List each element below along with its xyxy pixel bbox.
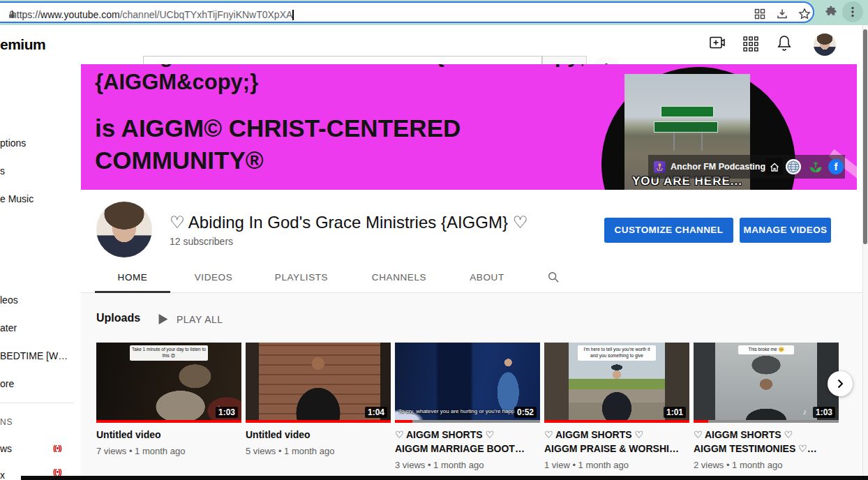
watch-progress-track <box>694 420 839 423</box>
watch-progress-track <box>544 420 689 423</box>
banner-text-line3: COMMUNITY® <box>95 147 264 174</box>
video-card: This broke me 🥺 ♪ 1:03 ♡ AIGGM SHORTS ♡A… <box>694 343 839 470</box>
browser-toolbar: https://www.youtube.com/channel/UCbqTYxh… <box>0 0 868 25</box>
bottom-dark-bar <box>21 476 868 480</box>
thumbnail-caption: I'm here to tell you you're worth it and… <box>578 345 656 361</box>
video-thumbnail[interactable]: 1:04 <box>246 343 391 423</box>
watch-progress-fill <box>544 420 689 423</box>
watch-progress-fill <box>395 420 412 423</box>
sidebar-divider <box>0 403 74 403</box>
subscriber-count: 12 subscribers <box>170 236 233 247</box>
chevron-right-icon <box>834 377 846 390</box>
play-all-button[interactable]: PLAY ALL <box>177 314 223 325</box>
thumbnail-subtitle: To cry, whatever you are hurting or you'… <box>398 408 517 414</box>
banner-home-link[interactable] <box>766 158 783 175</box>
video-title[interactable]: ♡ AIGGM SHORTS ♡AIGGM TESTIMONIES ♡… <box>694 428 839 456</box>
sidebar-item-originals[interactable]: s <box>0 165 5 177</box>
banner-facebook-link[interactable]: f <box>828 159 844 174</box>
video-thumbnail[interactable]: I'm here to tell you you're worth it and… <box>544 343 689 423</box>
tab-videos[interactable]: VIDEOS <box>176 272 251 283</box>
channel-title: ♡ Abiding In God's Grace Ministries {AIG… <box>170 213 527 232</box>
anchor-fm-label[interactable]: Anchor FM Podcasting <box>671 162 765 172</box>
highway-sign <box>661 106 714 117</box>
thumbnail-caption: This broke me 🥺 <box>738 345 794 354</box>
tab-channels[interactable]: CHANNELS <box>361 272 437 283</box>
banner-links-bar: Anchor FM Podcasting f <box>648 155 845 179</box>
download-icon[interactable] <box>777 8 788 20</box>
video-title[interactable]: Untitled video <box>246 428 391 442</box>
video-thumbnail[interactable]: Take 1 minute of your day to listen to t… <box>96 343 241 423</box>
play-icon[interactable] <box>158 314 168 324</box>
video-card: I'm here to tell you you're worth it and… <box>544 343 689 470</box>
video-thumbnail[interactable]: This broke me 🥺 ♪ 1:03 <box>694 343 839 423</box>
tiktok-watermark: ♪ <box>803 407 807 416</box>
live-badge-icon: ((•)) <box>53 444 61 452</box>
sidebar-channel-item[interactable]: x <box>0 470 5 480</box>
address-bar[interactable]: https://www.youtube.com/channel/UCbqTYxh… <box>0 1 814 23</box>
duration-badge: 1:03 <box>216 407 238 418</box>
video-title[interactable]: ♡ AIGGM SHORTS ♡AIGGM PRAISE & WORSHI… <box>544 428 689 456</box>
text-caret <box>292 10 294 20</box>
watch-progress-track <box>246 420 391 423</box>
sidebar-item-videos[interactable]: leos <box>0 294 18 306</box>
video-card: Take 1 minute of your day to listen to t… <box>96 343 241 456</box>
browser-menu-button[interactable] <box>842 1 863 22</box>
thumbnail-caption: Take 1 minute of your day to listen to t… <box>130 345 208 361</box>
sign-post <box>701 133 703 151</box>
sidebar-item-youtube-music[interactable]: e Music <box>0 193 33 204</box>
duration-badge: 0:52 <box>514 407 537 418</box>
home-icon <box>770 163 779 172</box>
video-card: To cry, whatever you are hurting or you'… <box>395 343 540 470</box>
sidebar-channel-item[interactable]: ws <box>0 443 12 454</box>
banner-clipped-line: Abiding In God's Grace Ministries {AIGGM… <box>95 64 583 69</box>
url-path: /channel/UCbqTYxhTijFnyiKNwT0XpXA <box>120 9 293 20</box>
watch-progress-track <box>96 420 241 423</box>
sprout-icon <box>807 158 824 175</box>
sidebar-item-watch-later[interactable]: ater <box>0 322 17 333</box>
channel-search-icon[interactable] <box>547 271 560 283</box>
video-title[interactable]: ♡ AIGGM SHORTS ♡AIGGM MARRIAGE BOOT… <box>395 428 540 456</box>
sign-post <box>673 133 675 151</box>
banner-linktree-link[interactable] <box>807 158 824 178</box>
anchor-fm-icon[interactable] <box>654 161 666 173</box>
notifications-bell-icon[interactable] <box>777 35 792 52</box>
banner-website-link[interactable] <box>785 158 802 178</box>
tab-home[interactable]: HOME <box>95 272 170 283</box>
url-scheme: https:// <box>11 9 40 20</box>
tab-about[interactable]: ABOUT <box>449 272 525 283</box>
manage-videos-button[interactable]: MANAGE VIDEOS <box>740 218 831 243</box>
scrollbar-thumb[interactable] <box>863 29 867 244</box>
video-meta: 1 view • 1 month ago <box>544 460 689 470</box>
live-badge-icon: ((•)) <box>53 468 61 476</box>
extensions-puzzle-icon[interactable] <box>825 6 837 17</box>
create-video-icon[interactable] <box>710 36 727 50</box>
channel-banner: Abiding In God's Grace Ministries {AIGGM… <box>81 64 857 190</box>
bookmark-star-icon[interactable] <box>798 8 811 20</box>
banner-text-line1: {AIGGM&copy;} <box>95 70 258 95</box>
youtube-premium-logo[interactable]: emium <box>0 36 45 53</box>
url-host: www.youtube.com <box>40 9 120 20</box>
sidebar-subscriptions-header: NS <box>0 417 13 427</box>
highway-sign <box>654 121 718 133</box>
uploads-section-title: Uploads <box>96 312 140 324</box>
watch-progress-fill <box>694 420 708 423</box>
tab-grid-icon[interactable] <box>754 8 765 20</box>
tab-playlists[interactable]: PLAYLISTS <box>264 272 339 283</box>
video-thumbnail[interactable]: To cry, whatever you are hurting or you'… <box>395 343 540 423</box>
globe-icon <box>785 158 802 175</box>
watch-progress-fill <box>96 420 241 423</box>
sidebar-item-show-more[interactable]: ore <box>0 378 14 389</box>
sidebar-item-playlist-bedtime[interactable]: BEDTIME [W… <box>0 350 68 361</box>
customize-channel-button[interactable]: CUSTOMIZE CHANNEL <box>604 218 733 243</box>
url-text[interactable]: https://www.youtube.com/channel/UCbqTYxh… <box>11 9 294 20</box>
video-title[interactable]: Untitled video <box>96 428 241 442</box>
youtube-apps-icon[interactable] <box>743 36 758 52</box>
account-avatar[interactable] <box>814 33 836 56</box>
channel-tabs: HOME VIDEOS PLAYLISTS CHANNELS ABOUT <box>81 262 862 293</box>
banner-text-line2: is AIGGM© CHRIST-CENTERED <box>95 114 461 142</box>
video-meta: 2 views • 1 month ago <box>694 460 839 470</box>
carousel-next-button[interactable] <box>828 371 853 396</box>
channel-avatar[interactable] <box>96 202 152 257</box>
kebab-menu-icon <box>851 6 854 17</box>
sidebar-item-subscriptions[interactable]: ptions <box>0 137 26 149</box>
